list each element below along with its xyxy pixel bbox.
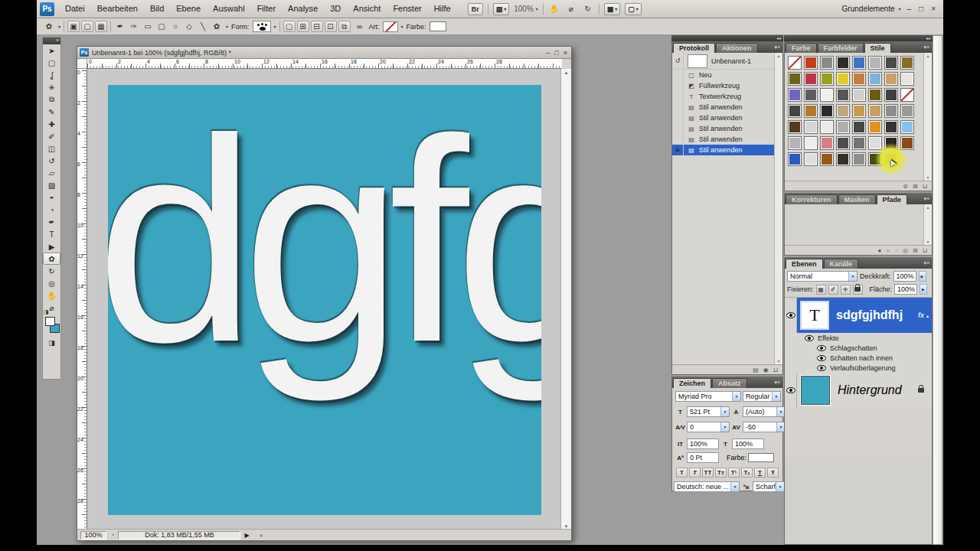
history-source-cell[interactable]: [672, 91, 684, 102]
quick-mask-icon[interactable]: ◨: [43, 338, 60, 347]
vertical-scrollbar[interactable]: ▲ ▼: [560, 69, 571, 530]
custom-shape-tool[interactable]: ✿: [43, 253, 60, 265]
foreground-color-swatch[interactable]: [45, 317, 55, 326]
path-operation-button[interactable]: ⊞: [297, 21, 309, 32]
eye-icon[interactable]: [786, 387, 795, 393]
menu-item[interactable]: Filter: [251, 0, 282, 18]
style-swatch[interactable]: [884, 88, 898, 102]
font-size-dropdown[interactable]: 521 Pt▼: [687, 406, 730, 417]
text-style-button[interactable]: T: [676, 468, 688, 478]
doc-close-button[interactable]: ×: [564, 49, 567, 57]
panel-tab[interactable]: Ebenen: [786, 259, 823, 269]
hand-tool-icon[interactable]: ✋: [548, 3, 560, 15]
style-swatch[interactable]: [788, 56, 802, 70]
text-layer-name[interactable]: sdgfgjhdfhj: [836, 308, 903, 322]
style-swatch[interactable]: [884, 152, 898, 166]
style-swatch[interactable]: [836, 104, 850, 118]
style-swatch[interactable]: [788, 152, 802, 166]
style-swatch[interactable]: [804, 88, 818, 102]
panel-action-icon[interactable]: ⊞: [913, 183, 918, 190]
menu-item[interactable]: 3D: [324, 0, 347, 18]
style-swatch[interactable]: [820, 120, 834, 134]
collapsed-dock-strip[interactable]: [933, 35, 942, 545]
zoom-percent-field[interactable]: 100%: [80, 531, 106, 540]
layer-visibility-cell[interactable]: [785, 373, 797, 408]
style-swatch[interactable]: [852, 88, 866, 102]
text-style-button[interactable]: T¹: [728, 468, 740, 478]
menu-item[interactable]: Auswahl: [207, 0, 251, 18]
path-operation-button[interactable]: ▢: [283, 21, 296, 32]
panel-menu-icon[interactable]: ▾≡: [923, 260, 929, 266]
style-swatch[interactable]: [804, 72, 818, 86]
style-swatch[interactable]: [900, 120, 914, 134]
blur-tool[interactable]: ◓: [43, 191, 60, 204]
history-brush-tool[interactable]: ↺: [43, 155, 60, 167]
style-swatch[interactable]: [884, 72, 898, 86]
blend-mode-dropdown[interactable]: Normal▼: [787, 271, 858, 282]
style-swatch[interactable]: [820, 72, 834, 86]
style-swatch[interactable]: [820, 88, 834, 102]
menu-item[interactable]: Datei: [59, 0, 91, 18]
style-swatch[interactable]: [884, 56, 898, 70]
style-swatch[interactable]: [900, 104, 914, 118]
style-swatch[interactable]: [900, 88, 914, 102]
tool-preset-icon[interactable]: ✿: [43, 21, 55, 32]
panel-tab[interactable]: Farbe: [786, 43, 817, 53]
menu-item[interactable]: Analyse: [282, 0, 324, 18]
shape-tool-button[interactable]: ╲: [197, 21, 209, 32]
style-swatch[interactable]: [884, 104, 898, 118]
history-item[interactable]: ▢ Neu: [672, 70, 782, 80]
shape-tool-button[interactable]: ▭: [142, 21, 154, 32]
style-swatch[interactable]: [804, 104, 818, 118]
text-style-button[interactable]: Tт: [715, 468, 727, 478]
panel-action-icon[interactable]: ⊘: [903, 183, 908, 190]
history-source-cell[interactable]: [672, 123, 684, 134]
panel-tab[interactable]: Korrekturen: [786, 194, 838, 204]
layer-effect-row[interactable]: Verlaufsüberlagerung: [785, 363, 932, 373]
language-dropdown[interactable]: Deutsch: neue ...▼: [674, 481, 740, 492]
style-swatch[interactable]: [788, 136, 802, 150]
horizontal-scale-field[interactable]: 100%: [732, 439, 764, 449]
eye-icon[interactable]: [786, 312, 795, 318]
panel-tab[interactable]: Pfade: [877, 194, 908, 204]
style-swatch[interactable]: [900, 72, 914, 86]
menu-item[interactable]: Hilfe: [428, 0, 457, 18]
opacity-spinner-icon[interactable]: ▶: [919, 271, 926, 282]
menu-item[interactable]: Fenster: [387, 0, 427, 18]
shape-tool-button[interactable]: ✒: [114, 21, 126, 32]
style-swatch[interactable]: [868, 104, 882, 118]
fill-field[interactable]: 100%: [894, 284, 917, 295]
style-swatch[interactable]: [804, 152, 818, 166]
text-style-button[interactable]: TT: [702, 468, 714, 478]
eye-icon[interactable]: [805, 335, 814, 341]
history-source-cell[interactable]: [672, 102, 684, 112]
style-swatch[interactable]: [836, 72, 850, 86]
style-swatch[interactable]: [820, 152, 834, 166]
style-swatch[interactable]: [852, 136, 866, 150]
dock-header[interactable]: ◂◂: [784, 35, 933, 41]
canvas-viewport[interactable]: dgfg: [87, 69, 562, 530]
move-tool[interactable]: ➤: [43, 44, 60, 57]
history-source-cell[interactable]: ◉: [672, 145, 684, 155]
style-swatch[interactable]: [852, 104, 866, 118]
style-swatch[interactable]: [836, 120, 850, 134]
rotate-view-icon[interactable]: ↻: [582, 3, 594, 15]
history-item[interactable]: ▤ Stil anwenden: [672, 102, 782, 112]
panel-tab[interactable]: Kanäle: [824, 259, 859, 269]
crop-tool[interactable]: ⧉: [43, 93, 60, 106]
3d-rotate-tool[interactable]: ↻: [43, 265, 60, 277]
panel-action-icon[interactable]: ▤: [753, 367, 759, 373]
lock-transparency-button[interactable]: ▦: [816, 285, 826, 295]
eye-icon[interactable]: [817, 355, 826, 361]
shape-tool-button[interactable]: ○: [169, 21, 181, 32]
style-swatch[interactable]: [804, 56, 818, 70]
eyedropper-tool[interactable]: ✎: [43, 106, 60, 118]
layer-effect-row[interactable]: Schlagschatten: [785, 343, 932, 353]
lock-pixels-button[interactable]: ✐: [828, 285, 838, 295]
zoom-tool-icon[interactable]: ⌀: [565, 3, 577, 15]
text-style-button[interactable]: T: [689, 468, 701, 478]
panel-tab[interactable]: Farbfelder: [818, 43, 864, 53]
leading-dropdown[interactable]: (Auto)▼: [743, 406, 786, 417]
panel-action-icon[interactable]: ◎: [903, 247, 908, 254]
style-swatch[interactable]: [820, 136, 834, 150]
